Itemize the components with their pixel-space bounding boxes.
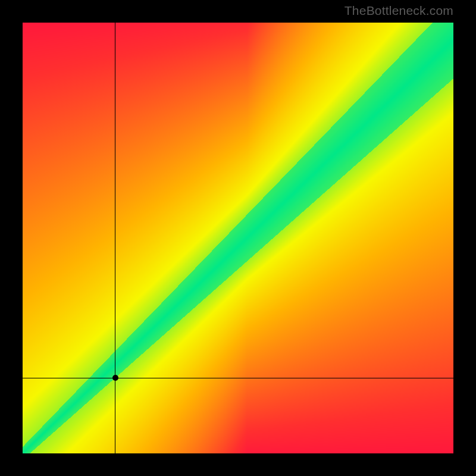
heatmap-canvas	[23, 23, 453, 453]
heatmap-plot	[23, 23, 453, 453]
watermark-text: TheBottleneck.com	[345, 4, 453, 18]
chart-frame: TheBottleneck.com	[0, 0, 476, 476]
